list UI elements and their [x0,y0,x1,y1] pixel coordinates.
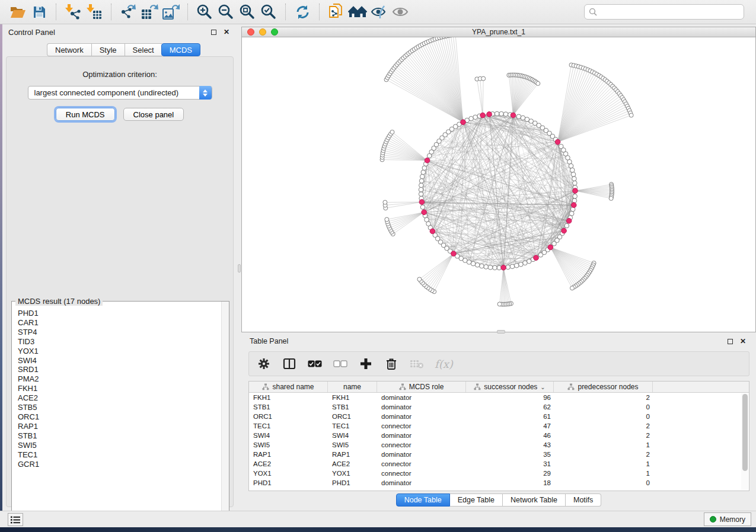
task-list-icon [11,516,20,524]
mcds-result-item: STB1 [18,431,221,441]
table-cell: STB1 [249,403,328,411]
mcds-result-item: TID3 [18,337,221,347]
desktop-wallpaper-bottom [0,527,756,532]
float-icon [211,30,216,35]
search-field[interactable] [584,4,744,20]
zoom-fit-icon [239,4,256,20]
horizontal-splitter-grip[interactable] [497,330,505,334]
memory-status-icon [710,516,716,523]
table-row[interactable]: PHD1PHD1dominator180 [249,478,749,488]
columns-icon [283,358,296,370]
deselect-all-rows-button[interactable] [333,356,348,371]
select-all-rows-button[interactable] [307,356,323,371]
close-panel-button-mcds[interactable]: Close panel [123,108,184,121]
show-hidden-button[interactable] [390,2,411,21]
new-network-from-selection-button[interactable] [326,2,347,21]
run-mcds-button[interactable]: Run MCDS [56,108,115,121]
table-cell: SWI4 [328,432,377,439]
import-network-button[interactable] [62,2,84,21]
table-row[interactable]: TEC1TEC1connector472 [249,421,749,431]
zoom-in-button[interactable] [194,2,215,21]
tab-network-table[interactable]: Network Table [503,493,566,507]
tab-node-table[interactable]: Node Table [396,493,450,507]
network-window-title: YPA_prune.txt_1 [242,28,755,36]
mcds-result-item: PMA2 [18,374,221,384]
table-cell: STB1 [328,403,377,411]
control-panel: Control Panel ✕ Network Style Select MCD… [2,24,237,511]
status-bar: Memory [0,511,756,527]
table-cell: connector [377,460,466,467]
table-cell: 1 [554,470,653,477]
tab-motifs[interactable]: Motifs [566,493,601,507]
control-panel-title: Control Panel [8,28,205,37]
tab-select[interactable]: Select [125,43,162,56]
zoom-selected-button[interactable] [258,2,279,21]
table-row[interactable]: ORC1ORC1dominator610 [249,412,749,421]
column-label: successor nodes [484,383,537,391]
close-panel-button[interactable]: ✕ [222,27,231,37]
zoom-fit-button[interactable] [237,2,258,21]
mcds-result-item: YOX1 [18,347,221,356]
import-table-icon [86,4,103,20]
optimization-criterion-select[interactable]: largest connected component (undirected) [28,86,212,100]
network-graph[interactable] [242,37,755,332]
delete-column-button[interactable] [384,356,399,371]
column-visibility-button[interactable] [282,356,297,371]
table-toolbar: f(x) [248,351,749,376]
column-header-successor-nodes[interactable]: successor nodes ⌄ [466,382,554,392]
column-header-name[interactable]: name [328,382,377,392]
open-file-icon [10,5,26,19]
network-canvas[interactable] [242,37,755,332]
network-window-titlebar[interactable]: YPA_prune.txt_1 [242,27,755,37]
toolbar-separator [187,4,188,20]
table-row[interactable]: RAP1RAP1dominator352 [249,450,749,459]
table-cell: 2 [554,451,653,458]
vertical-splitter[interactable] [237,24,241,511]
table-settings-button[interactable] [256,356,272,371]
tab-mcds[interactable]: MCDS [161,43,200,56]
result-scrollbar[interactable] [221,302,229,515]
mcds-result-list[interactable]: PHD1 CAR1 STP4 TID3 YOX1 SWI4 SRD1 PMA2 … [12,306,221,514]
add-column-button[interactable] [358,356,374,371]
save-button[interactable] [28,2,50,21]
table-scrollbar-thumb[interactable] [742,394,748,471]
table-row[interactable]: SWI5SWI5connector431 [249,440,749,450]
show-all-button[interactable] [347,2,368,21]
memory-button[interactable]: Memory [704,512,751,526]
export-image-icon [162,4,180,20]
select-stepper-icon [199,86,212,100]
float-table-panel-button[interactable] [725,336,735,346]
refresh-layout-button[interactable] [292,2,313,21]
close-table-panel-button[interactable]: ✕ [738,336,748,346]
open-file-button[interactable] [7,2,28,21]
search-input[interactable] [601,8,739,16]
hide-selected-button[interactable] [368,2,390,21]
table-row[interactable]: ACE2ACE2connector311 [249,459,749,469]
table-row[interactable]: SWI4SWI4dominator462 [249,431,749,440]
tab-edge-table[interactable]: Edge Table [450,493,503,507]
column-header-shared-name[interactable]: shared name [249,382,328,392]
tab-network[interactable]: Network [47,43,91,56]
table-row[interactable]: YOX1YOX1connector291 [249,469,749,478]
table-cell: TEC1 [328,422,377,430]
network-window: YPA_prune.txt_1 [241,27,756,332]
column-header-predecessor-nodes[interactable]: predecessor nodes [554,382,653,392]
export-network-button[interactable] [117,2,139,21]
splitter-grip[interactable] [238,264,241,273]
table-scrollbar[interactable] [741,393,748,490]
tab-style[interactable]: Style [91,43,125,56]
table-row[interactable]: FKH1FKH1dominator962 [249,393,749,402]
float-panel-button[interactable] [209,27,218,37]
table-cell: ACE2 [328,460,377,467]
sort-descending-icon: ⌄ [540,384,545,390]
table-cell: SWI5 [328,441,377,448]
table-cell: ACE2 [249,460,328,467]
import-table-button[interactable] [84,2,105,21]
show-task-history-button[interactable] [8,513,23,526]
zoom-out-button[interactable] [215,2,237,21]
table-cell: 0 [554,403,653,411]
export-table-button[interactable] [139,2,160,21]
column-header-mcds-role[interactable]: MCDS role [377,382,466,392]
table-row[interactable]: STB1STB1dominator620 [249,402,749,412]
export-image-button[interactable] [160,2,181,21]
